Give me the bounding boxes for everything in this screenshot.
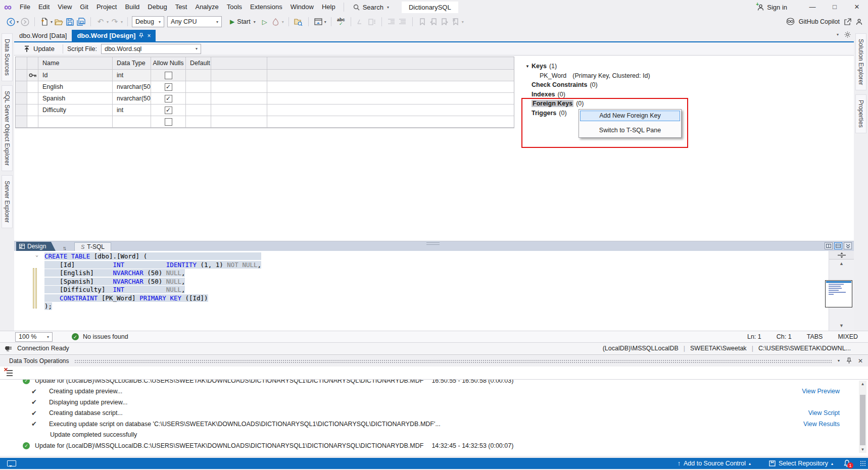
allow-nulls-cell[interactable]: [151, 70, 186, 81]
column-row[interactable]: Englishnvarchar(50)✓: [16, 81, 514, 93]
allow-nulls-cell[interactable]: ✓: [151, 105, 186, 116]
column-type-cell[interactable]: int: [113, 105, 151, 116]
new-file-icon[interactable]: [39, 16, 50, 27]
minimize-button[interactable]: —: [801, 0, 824, 14]
allow-nulls-checkbox[interactable]: [165, 118, 172, 126]
swap-panes-icon[interactable]: ↑↓: [63, 245, 65, 251]
menu-debug[interactable]: Debug: [143, 0, 171, 14]
solution-explorer-home-icon[interactable]: [313, 16, 324, 27]
chevron-down-icon[interactable]: ▾: [282, 20, 284, 24]
start-debug-button[interactable]: ▶ Start ▾: [227, 16, 259, 28]
default-cell[interactable]: [186, 70, 211, 81]
collapse-pane-button[interactable]: [844, 242, 852, 249]
allow-nulls-checkbox[interactable]: [165, 72, 172, 79]
chevron-down-icon[interactable]: ▾: [462, 20, 464, 24]
allow-nulls-checkbox[interactable]: ✓: [165, 107, 172, 114]
code-minimap[interactable]: [825, 280, 852, 307]
menu-help[interactable]: Help: [318, 0, 340, 14]
document-tab[interactable]: dbo.Word [Data]: [14, 30, 72, 41]
resize-grip[interactable]: [860, 460, 866, 466]
view-link[interactable]: View Results: [803, 421, 840, 428]
menu-test[interactable]: Test: [171, 0, 191, 14]
select-repository-button[interactable]: Select Repository ▴: [764, 458, 838, 469]
save-icon[interactable]: [64, 16, 75, 27]
code-collapse-icon[interactable]: ⌄: [35, 252, 38, 257]
start-without-debug-icon[interactable]: ▷: [259, 16, 270, 27]
sign-in-button[interactable]: + Sign in: [757, 4, 787, 11]
column-name-cell[interactable]: Difficulty: [38, 105, 113, 116]
column-type-cell[interactable]: int: [113, 70, 151, 81]
operation-row[interactable]: ✔Creating database script...View Script: [0, 408, 868, 419]
close-button[interactable]: ✕: [846, 0, 868, 14]
operation-row[interactable]: Update completed successfully: [0, 430, 868, 441]
uncomment-icon[interactable]: [366, 16, 377, 27]
window-list-chevron-icon[interactable]: ▾: [837, 32, 839, 37]
update-button[interactable]: Update: [19, 43, 59, 55]
scroll-up-icon[interactable]: ▲: [859, 382, 866, 386]
sidebar-tab-solution-explorer[interactable]: Solution Explorer: [855, 33, 866, 90]
increase-indent-icon[interactable]: [397, 16, 408, 27]
sql-code-editor[interactable]: ⌄ CREATE TABLE [dbo].[Word] ( [Id] INT I…: [14, 251, 829, 331]
primary-key-item[interactable]: PK_Word (Primary Key, Clustered: Id): [525, 71, 650, 81]
spell-check-icon[interactable]: abc ✓: [335, 16, 347, 27]
zoom-dropdown[interactable]: 100 % ▾: [15, 332, 53, 342]
allow-nulls-cell[interactable]: ✓: [151, 93, 186, 105]
chevron-down-icon[interactable]: ▾: [51, 20, 53, 24]
window-position-chevron-icon[interactable]: ▾: [838, 358, 840, 363]
column-row[interactable]: Spanishnvarchar(50)✓: [16, 93, 514, 105]
column-name-cell[interactable]: Spanish: [38, 93, 113, 105]
data-tools-header[interactable]: Data Tools Operations ▾ ✕: [0, 355, 868, 367]
splitter-grip[interactable]: [426, 242, 440, 245]
menu-edit[interactable]: Edit: [34, 0, 54, 14]
section-check-constraints[interactable]: Check Constraints(0): [525, 80, 650, 90]
split-horizontal-button[interactable]: [834, 242, 842, 249]
share-icon[interactable]: [844, 18, 851, 26]
row-selector[interactable]: [16, 105, 27, 116]
row-selector[interactable]: [16, 81, 27, 93]
sidebar-tab-server-explorer[interactable]: Server Explorer: [2, 175, 13, 228]
operations-scrollbar[interactable]: ▲ ▼: [859, 381, 866, 453]
close-tab-icon[interactable]: ×: [147, 32, 151, 39]
default-cell[interactable]: [186, 116, 211, 128]
design-pane-tab[interactable]: Design: [16, 242, 56, 251]
column-row[interactable]: Difficultyint✓: [16, 105, 514, 116]
pin-icon[interactable]: [846, 357, 852, 364]
column-type-cell[interactable]: [113, 116, 151, 128]
operation-row[interactable]: ✓Update for (LocalDB)\MSSQLLocalDB.C:\US…: [0, 440, 868, 451]
github-copilot-icon[interactable]: [786, 18, 795, 26]
row-selector[interactable]: [16, 70, 27, 81]
row-selector[interactable]: [16, 116, 27, 128]
operation-row[interactable]: ✓Update for (LocalDB)\MSSQLLocalDB.C:\US…: [0, 380, 868, 386]
navigate-forward-icon[interactable]: [19, 16, 30, 27]
maximize-button[interactable]: □: [824, 0, 846, 14]
clear-bookmarks-icon[interactable]: [450, 16, 461, 27]
allow-nulls-cell[interactable]: ✓: [151, 81, 186, 93]
keys-section[interactable]: ▼ Keys (1): [525, 62, 650, 71]
allow-nulls-cell[interactable]: [151, 116, 186, 128]
close-panel-icon[interactable]: ✕: [858, 357, 863, 364]
github-copilot-label[interactable]: GitHub Copilot: [799, 18, 840, 25]
column-row[interactable]: Idint: [16, 70, 514, 81]
clear-operations-icon[interactable]: ✕: [4, 369, 13, 377]
menu-extensions[interactable]: Extensions: [246, 0, 286, 14]
column-type-cell[interactable]: nvarchar(50): [113, 81, 151, 93]
sidebar-tab-sql-server-object-explorer[interactable]: SQL Server Object Explorer: [2, 85, 13, 171]
decrease-indent-icon[interactable]: [386, 16, 397, 27]
configuration-dropdown[interactable]: Debug ▾: [132, 16, 164, 27]
scrollbar-thumb[interactable]: [860, 395, 865, 445]
allow-nulls-checkbox[interactable]: ✓: [165, 95, 172, 102]
open-file-icon[interactable]: [53, 16, 64, 27]
context-menu-item[interactable]: Add New Foreign Key: [580, 111, 680, 121]
server-name[interactable]: (LocalDB)\MSSQLLocalDB: [603, 345, 679, 352]
platform-dropdown[interactable]: Any CPU ▾: [167, 16, 222, 27]
document-tab[interactable]: dbo.Word [Design]×: [72, 30, 156, 41]
toggle-bookmark-icon[interactable]: [417, 16, 428, 27]
scroll-down-icon[interactable]: ▼: [829, 322, 854, 330]
add-to-source-control-button[interactable]: ↑ Add to Source Control ▴: [672, 458, 756, 469]
chevron-down-icon[interactable]: ▾: [107, 20, 109, 24]
pin-tab-icon[interactable]: [139, 33, 143, 38]
chevron-down-icon[interactable]: ▾: [17, 20, 19, 24]
default-cell[interactable]: [186, 81, 211, 93]
notifications-button[interactable]: 1: [843, 459, 851, 467]
view-link[interactable]: View Script: [808, 409, 840, 416]
